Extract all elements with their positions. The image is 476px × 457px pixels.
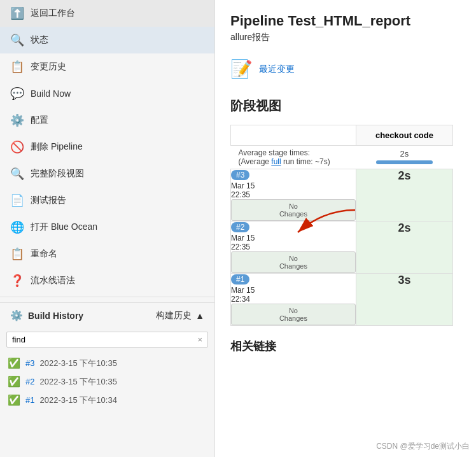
build-link-3[interactable]: #3 — [25, 358, 34, 368]
avg-full-link[interactable]: full — [271, 157, 281, 166]
build-list: ✅ #3 2022-3-15 下午10:35 ✅ #2 2022-3-15 下午… — [0, 351, 214, 412]
stage-avg-bar — [376, 160, 433, 164]
build-item-1[interactable]: ✅ #1 2022-3-15 下午10:34 — [6, 391, 208, 409]
build-time-2: 2022-3-15 下午10:35 — [39, 376, 116, 388]
sidebar-item-status[interactable]: 🔍 状态 — [0, 27, 214, 53]
build-time-1: 2022-3-15 下午10:34 — [39, 395, 116, 406]
stage-build-row-2: #2 Mar 15 22:35 NoChanges 2s — [231, 221, 453, 274]
build-now-icon: 💬 — [10, 87, 24, 101]
sidebar-item-config[interactable]: ⚙️ 配置 — [0, 107, 214, 134]
build-info-cell-1: #1 Mar 15 22:34 NoChanges — [231, 274, 356, 326]
collapse-icon[interactable]: ▲ — [195, 311, 204, 321]
build-date-3: Mar 15 22:35 — [231, 181, 356, 199]
build-history-right: 构建历史 ▲ — [156, 310, 204, 321]
sidebar-item-blue-ocean[interactable]: 🌐 打开 Blue Ocean — [0, 214, 214, 241]
config-icon: ⚙️ — [10, 113, 24, 127]
stage-result-cell-2: 2s — [356, 221, 452, 274]
sidebar-item-rename[interactable]: 📋 重命名 — [0, 241, 214, 267]
build-date-1: Mar 15 22:34 — [231, 286, 356, 304]
stage-column-empty — [231, 125, 356, 146]
build-history-subtitle: 构建历史 — [156, 310, 192, 321]
sidebar-item-label-status: 状态 — [31, 34, 48, 46]
avg-full-label-post: run time: ~7s) — [281, 157, 330, 166]
sidebar-item-label-test-report: 测试报告 — [31, 195, 66, 206]
sidebar-item-label-history: 变更历史 — [31, 61, 66, 73]
no-changes-1: NoChanges — [231, 304, 356, 325]
sidebar-item-label-build-now: Build Now — [31, 88, 71, 99]
stage-view-title: 阶段视图 — [230, 97, 461, 115]
sidebar-item-pipeline-syntax[interactable]: ❓ 流水线语法 — [0, 267, 214, 294]
build-status-icon-1: ✅ — [8, 394, 20, 406]
sidebar-item-full-stage[interactable]: 🔍 完整阶段视图 — [0, 160, 214, 187]
stage-result-cell-3: 2s — [356, 169, 452, 221]
stage-avg-label-cell: Average stage times: (Average full run t… — [231, 146, 356, 169]
blue-ocean-icon: 🌐 — [10, 220, 24, 234]
no-changes-2: NoChanges — [231, 251, 356, 273]
full-stage-icon: 🔍 — [10, 167, 24, 181]
clear-search-button[interactable]: × — [197, 335, 202, 344]
build-status-icon-3: ✅ — [8, 357, 20, 369]
stage-view-container: checkout code Average stage times: (Aver… — [230, 125, 461, 326]
build-badge-3: #3 — [231, 170, 249, 180]
sidebar-item-label-full-stage: 完整阶段视图 — [31, 168, 84, 179]
build-info-cell-3: #3 Mar 15 22:35 NoChanges — [231, 169, 356, 221]
build-info-cell-2: #2 Mar 15 22:35 NoChanges — [231, 221, 356, 274]
test-report-icon: 📄 — [10, 193, 24, 207]
status-icon: 🔍 — [10, 33, 24, 47]
sidebar-item-label-delete: 删除 Pipeline — [31, 141, 83, 153]
sidebar-item-label-blue-ocean: 打开 Blue Ocean — [31, 221, 97, 233]
stage-avg-value-cell: 2s — [356, 146, 452, 169]
stage-build-row-1: #1 Mar 15 22:34 NoChanges 3s — [231, 274, 453, 326]
stage-build-row-3: #3 Mar 15 22:35 NoChanges 2s — [231, 169, 453, 221]
stage-column-header: checkout code — [356, 125, 452, 146]
build-link-2[interactable]: #2 — [25, 377, 34, 386]
gear-icon: ⚙️ — [10, 309, 23, 321]
page-subtitle: allure报告 — [230, 32, 461, 43]
sidebar-item-back[interactable]: ⬆️ 返回工作台 — [0, 0, 214, 27]
history-icon: 📋 — [10, 60, 24, 74]
rename-icon: 📋 — [10, 247, 24, 261]
sidebar-item-test-report[interactable]: 📄 测试报告 — [0, 187, 214, 214]
build-item-2[interactable]: ✅ #2 2022-3-15 下午10:35 — [6, 372, 208, 391]
sidebar-item-label-rename: 重命名 — [31, 248, 57, 260]
build-time-3: 2022-3-15 下午10:35 — [39, 358, 116, 369]
recent-changes-icon: 📝 — [230, 59, 253, 80]
search-bar: × — [6, 332, 208, 348]
more-section: 相关链接 — [230, 339, 461, 354]
page-title: Pipeline Test_HTML_report — [230, 13, 461, 29]
stage-avg-row: Average stage times: (Average full run t… — [231, 146, 453, 169]
delete-icon: 🚫 — [10, 140, 24, 154]
avg-full-label-pre: (Average — [239, 157, 272, 166]
sidebar-item-label-back: 返回工作台 — [31, 8, 75, 19]
stage-view-table: checkout code Average stage times: (Aver… — [230, 125, 453, 326]
sidebar: ⬆️ 返回工作台 🔍 状态 📋 变更历史 💬 Build Now ⚙️ 配置 🚫… — [0, 0, 215, 457]
pipeline-syntax-icon: ❓ — [10, 274, 24, 288]
sidebar-item-delete[interactable]: 🚫 删除 Pipeline — [0, 134, 214, 160]
sidebar-item-build-now[interactable]: 💬 Build Now — [0, 80, 214, 107]
recent-changes-link[interactable]: 最近变更 — [259, 64, 295, 75]
build-link-1[interactable]: #1 — [25, 395, 34, 405]
build-badge-2: #2 — [231, 222, 249, 232]
stage-result-cell-1: 3s — [356, 274, 452, 326]
stage-avg-time: 2s — [363, 149, 445, 158]
search-input[interactable] — [12, 335, 197, 344]
avg-stage-times-label: Average stage times: — [239, 148, 311, 157]
build-date-2: Mar 15 22:35 — [231, 234, 356, 251]
build-status-icon-2: ✅ — [8, 376, 20, 388]
build-history-title: Build History — [28, 311, 83, 321]
back-icon: ⬆️ — [10, 6, 24, 20]
main-content: Pipeline Test_HTML_report allure报告 📝 最近变… — [215, 0, 476, 457]
sidebar-item-label-config: 配置 — [31, 115, 48, 126]
build-history-header: ⚙️ Build History 构建历史 ▲ — [0, 302, 214, 328]
sidebar-item-history[interactable]: 📋 变更历史 — [0, 53, 214, 80]
sidebar-divider — [0, 297, 214, 297]
watermark: CSDN @爱学习de测试小白 — [376, 441, 470, 452]
build-item-3[interactable]: ✅ #3 2022-3-15 下午10:35 — [6, 354, 208, 372]
recent-changes-section: 📝 最近变更 — [230, 59, 461, 80]
no-changes-3: NoChanges — [231, 199, 356, 221]
sidebar-item-label-pipeline-syntax: 流水线语法 — [31, 275, 75, 286]
build-badge-1: #1 — [231, 274, 249, 285]
build-history-left: ⚙️ Build History — [10, 309, 83, 321]
